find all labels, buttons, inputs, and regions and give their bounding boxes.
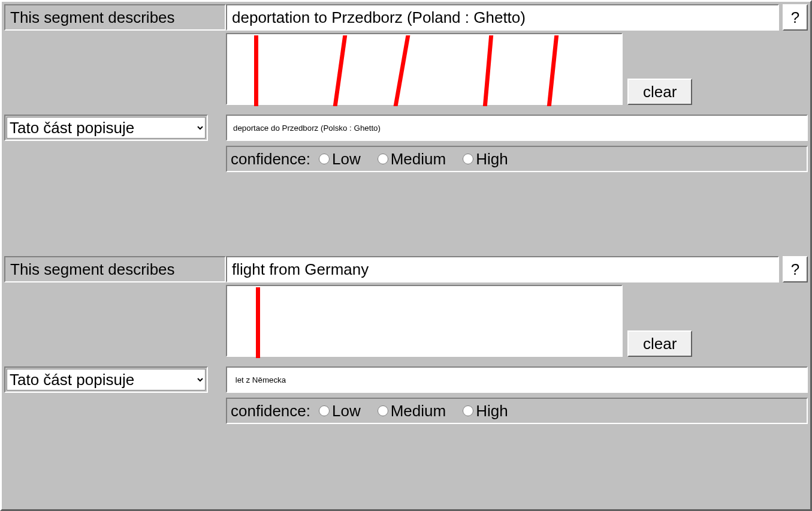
- target-text-input[interactable]: [226, 115, 808, 141]
- help-button[interactable]: ?: [783, 256, 808, 282]
- confidence-option-high[interactable]: High: [457, 150, 508, 169]
- confidence-option-high[interactable]: High: [457, 402, 508, 420]
- source-segment-label: This segment describes: [4, 256, 226, 282]
- translation-prompt-dropdown-wrap: Tato část popisuje: [4, 366, 208, 393]
- confidence-group: confidence: Low Medium High: [226, 146, 808, 172]
- confidence-option-low[interactable]: Low: [313, 402, 361, 420]
- confidence-label: confidence:: [231, 402, 310, 420]
- help-button[interactable]: ?: [783, 4, 808, 31]
- confidence-radio-low[interactable]: [319, 154, 330, 164]
- target-text-input[interactable]: [226, 366, 808, 393]
- confidence-radio-medium[interactable]: [378, 405, 388, 416]
- ink-stroke: [547, 35, 559, 106]
- main-panel: This segment describes deportation to Pr…: [0, 0, 812, 511]
- source-text: flight from Germany: [226, 256, 779, 282]
- ink-stroke: [483, 35, 493, 106]
- source-segment-label: This segment describes: [4, 4, 226, 31]
- confidence-radio-high[interactable]: [463, 154, 473, 164]
- translation-prompt-dropdown-wrap: Tato část popisuje: [4, 115, 208, 141]
- handwriting-canvas[interactable]: [226, 285, 623, 357]
- confidence-option-medium[interactable]: Medium: [372, 402, 446, 420]
- translation-prompt-select[interactable]: Tato část popisuje: [7, 117, 206, 139]
- ink-stroke: [394, 35, 410, 106]
- confidence-option-medium[interactable]: Medium: [372, 150, 446, 169]
- confidence-option-low[interactable]: Low: [313, 150, 361, 169]
- segment-block: This segment describes deportation to Pr…: [4, 4, 808, 172]
- segment-block: This segment describes flight from Germa…: [4, 256, 808, 424]
- ink-stroke: [333, 35, 348, 106]
- confidence-label: confidence:: [231, 150, 310, 169]
- source-text: deportation to Przedborz (Poland : Ghett…: [226, 4, 779, 31]
- confidence-radio-low[interactable]: [319, 405, 330, 416]
- clear-button[interactable]: clear: [627, 79, 692, 105]
- handwriting-canvas[interactable]: [226, 33, 623, 105]
- translation-prompt-select[interactable]: Tato část popisuje: [7, 369, 206, 390]
- clear-button[interactable]: clear: [627, 330, 692, 357]
- confidence-radio-medium[interactable]: [378, 154, 388, 164]
- ink-stroke: [254, 35, 258, 106]
- confidence-group: confidence: Low Medium High: [226, 398, 808, 424]
- ink-stroke: [256, 287, 260, 358]
- confidence-radio-high[interactable]: [463, 405, 473, 416]
